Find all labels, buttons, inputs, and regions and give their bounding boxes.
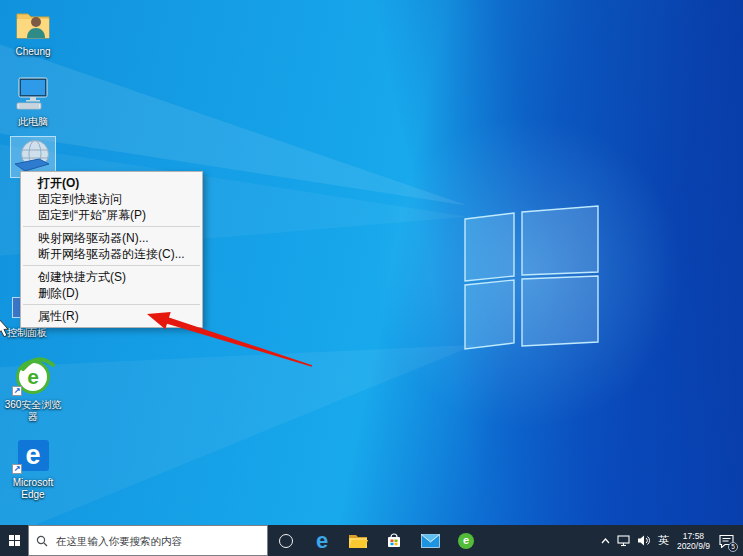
edge-letter-e: e bbox=[25, 442, 40, 468]
network-ethernet-icon bbox=[617, 535, 631, 547]
menu-separator bbox=[23, 226, 200, 227]
desktop-icon-label: 此电脑 bbox=[18, 116, 48, 128]
taskbar-mail-button[interactable] bbox=[412, 525, 448, 556]
taskbar-edge-button[interactable]: e bbox=[304, 525, 340, 556]
desktop: Cheung 此电脑 控制面板 bbox=[0, 0, 743, 556]
desktop-icon-360-browser[interactable]: e ↗ 360安全浏览器 bbox=[1, 357, 65, 423]
tray-time: 17:58 bbox=[683, 531, 704, 541]
menu-item-properties[interactable]: 属性(R) bbox=[21, 308, 202, 324]
taskbar-360-browser-button[interactable]: e bbox=[448, 525, 484, 556]
menu-item-open[interactable]: 打开(O) bbox=[21, 175, 202, 191]
menu-separator bbox=[23, 304, 200, 305]
edge-icon: e bbox=[316, 531, 328, 551]
menu-separator bbox=[23, 265, 200, 266]
menu-item-delete[interactable]: 删除(D) bbox=[21, 285, 202, 301]
tray-volume-button[interactable] bbox=[635, 525, 654, 556]
taskbar-file-explorer-button[interactable] bbox=[340, 525, 376, 556]
start-windows-icon bbox=[9, 535, 20, 546]
menu-item-pin-start[interactable]: 固定到“开始”屏幕(P) bbox=[21, 207, 202, 223]
edge-icon: e bbox=[18, 440, 49, 471]
taskbar-app-icons: e bbox=[268, 525, 484, 556]
menu-item-map-network-drive[interactable]: 映射网络驱动器(N)... bbox=[21, 230, 202, 246]
store-icon bbox=[385, 532, 403, 550]
shortcut-arrow-badge: ↗ bbox=[12, 386, 22, 396]
desktop-icon-label: Microsoft Edge bbox=[3, 477, 63, 501]
tray-date: 2020/9/9 bbox=[677, 541, 710, 551]
tray-show-hidden-icons[interactable] bbox=[598, 525, 613, 556]
360-letter-e: e bbox=[463, 535, 469, 546]
tray-ime-indicator[interactable]: 英 bbox=[655, 525, 672, 556]
desktop-icon-label: 360安全浏览器 bbox=[3, 399, 63, 423]
desktop-icon-edge[interactable]: e ↗ Microsoft Edge bbox=[1, 435, 65, 501]
notification-count-badge: 5 bbox=[728, 542, 738, 552]
360-browser-icon: e bbox=[458, 533, 474, 549]
desktop-icon-this-pc[interactable]: 此电脑 bbox=[1, 74, 65, 128]
this-pc-icon bbox=[15, 77, 51, 111]
shortcut-arrow-badge: ↗ bbox=[12, 464, 22, 474]
search-icon bbox=[36, 535, 48, 547]
360-leaf-swoosh bbox=[17, 356, 57, 372]
desktop-icon-label: 控制面板 bbox=[7, 327, 47, 339]
start-button[interactable] bbox=[0, 525, 28, 556]
file-explorer-icon bbox=[348, 533, 368, 549]
windows-logo-icon bbox=[462, 203, 602, 353]
search-input[interactable] bbox=[54, 534, 260, 548]
chevron-up-icon bbox=[601, 538, 610, 544]
taskbar: e bbox=[0, 525, 743, 556]
tray-clock[interactable]: 17:58 2020/9/9 bbox=[673, 525, 714, 556]
taskbar-store-button[interactable] bbox=[376, 525, 412, 556]
desktop-icon-label: Cheung bbox=[15, 46, 50, 58]
taskbar-cortana-button[interactable] bbox=[268, 525, 304, 556]
action-center-button[interactable]: 5 bbox=[715, 525, 738, 556]
menu-item-disconnect-network-drive[interactable]: 断开网络驱动器的连接(C)... bbox=[21, 246, 202, 262]
mail-icon bbox=[421, 534, 440, 548]
cortana-icon bbox=[279, 534, 293, 548]
context-menu: 打开(O) 固定到快速访问 固定到“开始”屏幕(P) 映射网络驱动器(N)...… bbox=[20, 171, 203, 328]
control-panel-icon[interactable] bbox=[12, 297, 20, 318]
taskbar-search-box[interactable] bbox=[28, 525, 268, 556]
speaker-icon bbox=[638, 535, 651, 546]
menu-item-pin-quick-access[interactable]: 固定到快速访问 bbox=[21, 191, 202, 207]
desktop-icon-user-folder[interactable]: Cheung bbox=[1, 4, 65, 58]
system-tray: 英 17:58 2020/9/9 5 bbox=[598, 525, 743, 556]
user-folder-icon bbox=[14, 7, 52, 41]
menu-item-create-shortcut[interactable]: 创建快捷方式(S) bbox=[21, 269, 202, 285]
tray-network-button[interactable] bbox=[614, 525, 634, 556]
